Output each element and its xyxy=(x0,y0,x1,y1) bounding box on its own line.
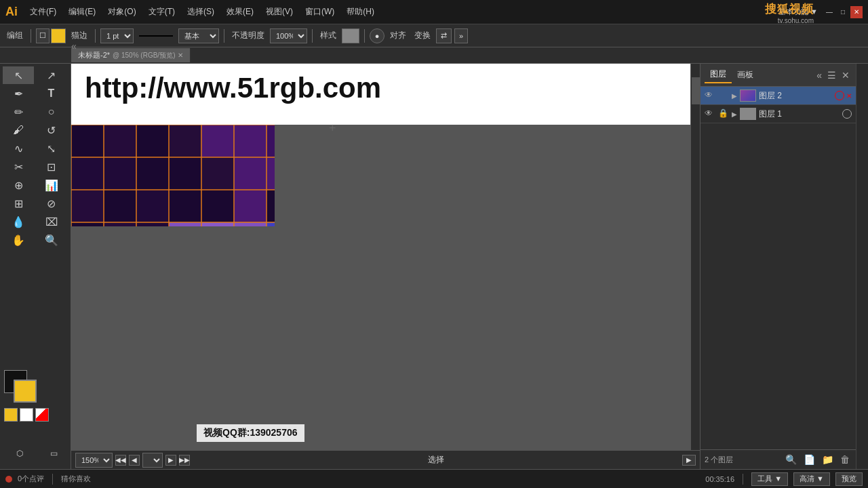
next-frame-btn[interactable]: ▶ xyxy=(165,455,176,466)
scale-tool[interactable]: ⤡ xyxy=(36,140,67,157)
scrollbar-thumb[interactable] xyxy=(692,77,700,104)
status-bar: 0个点评 猜你喜欢 00:35:16 工具 ▼ 高清 ▼ 预览 xyxy=(0,469,868,488)
color-box-white[interactable] xyxy=(20,408,33,422)
ellipse-tool[interactable]: ○ xyxy=(36,103,67,121)
tools-dropdown[interactable]: 工具 ▼ xyxy=(751,472,788,486)
first-frame-btn[interactable]: ◀◀ xyxy=(115,455,126,466)
fill-color-btn[interactable] xyxy=(51,28,66,43)
measure-tool[interactable]: ⊘ xyxy=(36,195,67,212)
scissors-tool[interactable]: ✂ xyxy=(3,158,34,176)
tab-artboard[interactable]: 画板 xyxy=(732,67,759,83)
layer-item[interactable]: 👁 🔒 ▶ 图层 1 xyxy=(701,105,856,123)
fill-color-swatch[interactable] xyxy=(14,380,37,403)
add-layer-btn[interactable]: 📄 xyxy=(802,454,817,465)
svg-rect-50 xyxy=(201,190,234,222)
vertical-scrollbar[interactable] xyxy=(690,64,700,450)
panel-toggle-btn[interactable]: « xyxy=(71,41,77,52)
app-logo: Ai xyxy=(5,5,18,19)
select-tool[interactable]: ↖ xyxy=(3,66,34,84)
panel-footer: 2 个图层 🔍 📄 📁 🗑 xyxy=(701,449,856,469)
layer-expand-icon[interactable]: ▶ xyxy=(732,110,737,118)
svg-rect-48 xyxy=(136,190,169,222)
style-btn[interactable] xyxy=(342,28,359,43)
svg-rect-0 xyxy=(71,125,104,157)
menu-edit[interactable]: 编辑(E) xyxy=(63,3,101,20)
document-tab[interactable]: 未标题-2* @ 150% (RGB/预览) ✕ xyxy=(71,48,191,62)
stroke-size-select[interactable]: 1 pt xyxy=(100,28,134,43)
layer-expand-icon[interactable]: ▶ xyxy=(732,92,737,100)
add-layer-btn2[interactable]: 📁 xyxy=(820,454,835,465)
pen-tool[interactable]: ✒ xyxy=(3,85,34,102)
color-box-none[interactable] xyxy=(35,408,49,422)
prev-frame-btn[interactable]: ◀ xyxy=(129,455,140,466)
menu-help[interactable]: 帮助(H) xyxy=(341,3,380,20)
bar-chart-tool[interactable]: 📊 xyxy=(36,176,67,194)
layer-eye-icon[interactable]: 👁 xyxy=(705,108,715,119)
minimize-button[interactable]: — xyxy=(823,6,835,18)
screen-mode-btn[interactable]: ▭ xyxy=(38,445,69,462)
layer-color-dot xyxy=(835,91,844,100)
delete-layer-btn[interactable]: 🗑 xyxy=(838,454,852,465)
tab-layers[interactable]: 图层 xyxy=(705,66,732,83)
extra-btn[interactable]: » xyxy=(454,28,468,43)
free-transform-tool[interactable]: ⊡ xyxy=(36,158,67,176)
paintbrush-tool[interactable]: 🖌 xyxy=(3,121,34,139)
menu-object[interactable]: 对象(O) xyxy=(102,3,141,20)
stroke-style-select[interactable]: 基本 xyxy=(178,28,219,43)
color-box-yellow[interactable] xyxy=(4,408,18,422)
last-frame-btn[interactable]: ▶▶ xyxy=(179,455,190,466)
preview-btn[interactable]: 预览 xyxy=(835,472,863,486)
svg-rect-23 xyxy=(71,157,104,190)
menu-window[interactable]: 窗口(W) xyxy=(300,3,340,20)
smudge-tool[interactable]: ⌧ xyxy=(36,213,67,230)
blend-tool[interactable]: ⊕ xyxy=(3,176,34,194)
drawing-mode-btn[interactable]: ⬡ xyxy=(4,445,35,462)
nav-arrow-right[interactable]: ▶ xyxy=(682,455,696,466)
rotate-tool[interactable]: ↺ xyxy=(36,121,67,139)
hand-tool[interactable]: ✋ xyxy=(3,231,34,249)
selection-mode-btn[interactable]: ☐ xyxy=(36,28,50,43)
maximize-button[interactable]: □ xyxy=(837,6,849,18)
layer-item[interactable]: 👁 🔒 ▶ 图层 2 ✕ xyxy=(701,87,856,105)
bottom-label: 选择 xyxy=(193,454,679,466)
page-select[interactable]: 1 xyxy=(142,453,163,468)
menu-text[interactable]: 文字(T) xyxy=(143,3,180,20)
zoom-select[interactable]: 150% xyxy=(75,453,113,468)
stroke-mode-label: 猫边 xyxy=(68,30,90,41)
quality-dropdown[interactable]: 高清 ▼ xyxy=(793,472,830,486)
canvas-area[interactable]: http://www.51rgb.com 视频QQ群:139025706 150… xyxy=(71,64,700,469)
style-label: 样式 xyxy=(317,30,339,41)
menu-file[interactable]: 文件(F) xyxy=(24,3,62,20)
layer-lock-icon[interactable]: 🔒 xyxy=(718,90,729,101)
crop-tool[interactable]: ⊞ xyxy=(3,195,34,212)
pencil-tool[interactable]: ✏ xyxy=(3,103,34,121)
svg-rect-27 xyxy=(201,157,234,190)
suggestion-label: 猜你喜欢 xyxy=(61,474,91,484)
layer-color-dot xyxy=(842,109,852,119)
layer-name-label: 图层 1 xyxy=(759,108,840,120)
type-tool[interactable]: T xyxy=(36,85,67,102)
opacity-select[interactable]: 100% xyxy=(270,28,307,43)
layer-lock-icon[interactable]: 🔒 xyxy=(718,108,729,119)
close-button[interactable]: ✕ xyxy=(850,6,863,18)
search-layer-btn[interactable]: 🔍 xyxy=(783,454,799,465)
layer-eye-icon[interactable]: 👁 xyxy=(705,90,715,101)
zoom-tool[interactable]: 🔍 xyxy=(36,231,67,249)
transform-btn[interactable]: ⇄ xyxy=(436,28,452,43)
svg-rect-46 xyxy=(71,190,104,222)
menu-select[interactable]: 选择(S) xyxy=(182,3,220,20)
panel-collapse-btn[interactable]: « xyxy=(814,70,824,81)
direct-select-tool[interactable]: ↗ xyxy=(36,66,67,84)
toolbar: 编组 ☐ 猫边 1 pt 基本 不透明度 100% 样式 ● 对齐 变换 ⇄ » xyxy=(0,24,868,47)
svg-rect-75 xyxy=(267,222,275,226)
panel-close-btn[interactable]: ✕ xyxy=(840,70,852,81)
warp-tool[interactable]: ∿ xyxy=(3,140,34,157)
dropper-tool[interactable]: 💧 xyxy=(3,213,34,230)
panel-menu-btn[interactable]: ☰ xyxy=(825,70,838,81)
menu-effect[interactable]: 效果(E) xyxy=(221,3,259,20)
menu-view[interactable]: 视图(V) xyxy=(260,3,298,20)
tab-close-btn[interactable]: ✕ xyxy=(178,52,183,59)
title-bar-left: Ai 文件(F) 编辑(E) 对象(O) 文字(T) 选择(S) 效果(E) 视… xyxy=(5,3,380,20)
round-btn[interactable]: ● xyxy=(370,28,384,43)
menu-bar: 文件(F) 编辑(E) 对象(O) 文字(T) 选择(S) 效果(E) 视图(V… xyxy=(24,3,380,20)
